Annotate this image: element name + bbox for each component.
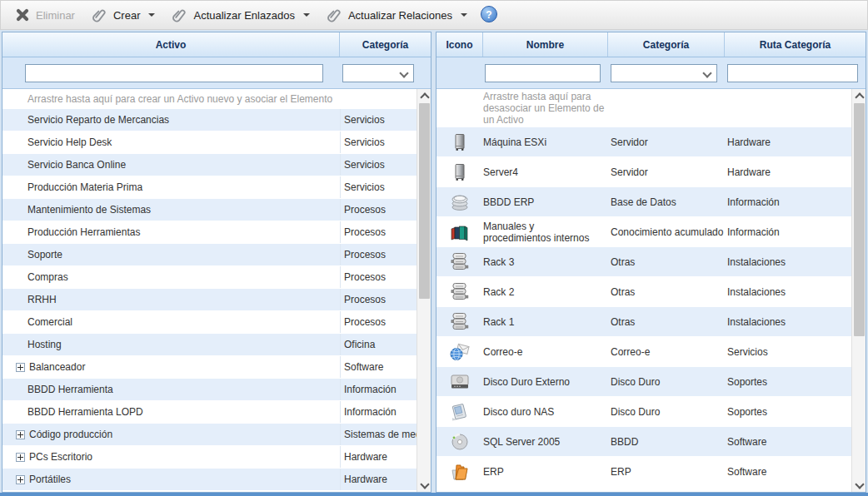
path-filter-input[interactable] xyxy=(727,64,858,82)
table-row[interactable]: Código producciónSistemas de medición xyxy=(2,424,417,446)
create-button[interactable]: Crear xyxy=(84,4,163,27)
category-path-cell: Servicios xyxy=(725,337,851,366)
asset-label: Comercial xyxy=(27,316,72,328)
table-row[interactable]: Disco Duro ExternoDisco DuroSoportes xyxy=(436,367,851,397)
elements-scrollbar[interactable] xyxy=(851,89,866,492)
asset-label: BBDD Herramienta LOPD xyxy=(27,406,143,418)
database-icon xyxy=(450,192,470,212)
asset-category-filter-select[interactable] xyxy=(342,64,414,82)
element-name-cell: Manuales y procedimientos internos xyxy=(483,217,608,246)
table-row[interactable]: PortátilesHardware xyxy=(2,469,417,491)
category-path-cell: Hardware xyxy=(725,127,851,156)
table-row[interactable]: Servicio Reparto de MercanciasServicios xyxy=(2,109,417,131)
column-header-ruta-categoria[interactable]: Ruta Categoría xyxy=(725,32,866,57)
table-row[interactable]: Rack 3OtrasInstalaciones xyxy=(436,247,851,277)
scroll-up-arrow[interactable] xyxy=(417,89,431,102)
expand-plus-icon[interactable] xyxy=(16,475,25,484)
table-row[interactable]: Producción HerramientasProcesos xyxy=(2,221,417,244)
table-row[interactable]: BBDD ERPBase de DatosInformación xyxy=(436,187,851,217)
icon-cell xyxy=(436,247,483,276)
assets-scrollbar[interactable] xyxy=(417,89,431,492)
element-category-cell: Base de Datos xyxy=(608,187,725,216)
element-category-cell: Disco Duro xyxy=(608,397,725,426)
column-header-activo[interactable]: Activo xyxy=(2,32,340,57)
element-category-filter-select[interactable] xyxy=(611,64,717,82)
column-header-nombre[interactable]: Nombre xyxy=(483,32,608,57)
asset-filter-input[interactable] xyxy=(25,64,323,82)
table-row[interactable]: BalanceadorSoftware xyxy=(2,356,417,379)
delete-button[interactable]: Eliminar xyxy=(7,4,82,26)
element-name-cell: Disco Duro Externo xyxy=(483,367,608,396)
table-row[interactable]: Correo-eCorreo-eServicios xyxy=(436,337,851,367)
icon-cell xyxy=(436,367,483,396)
element-name-cell: BBDD ERP xyxy=(483,187,608,216)
asset-label: PCs Escritorio xyxy=(29,451,92,463)
table-row[interactable]: Producción Materia PrimaServicios xyxy=(2,176,417,199)
column-header-categoria[interactable]: Categoría xyxy=(608,32,725,57)
table-row[interactable]: Disco duro NASDisco DuroSoportes xyxy=(436,397,851,427)
asset-label: Servicio Help Desk xyxy=(27,136,112,148)
category-cell: Hardware xyxy=(340,469,417,490)
drop-hint-create-asset: Arrastre hasta aquí para crear un Activo… xyxy=(2,89,417,109)
table-row[interactable]: HostingOficina xyxy=(2,334,417,356)
expand-plus-icon[interactable] xyxy=(16,430,25,439)
category-label: Procesos xyxy=(344,271,386,283)
update-relations-button-label: Actualizar Relaciones xyxy=(348,9,452,22)
nas-icon xyxy=(450,402,470,422)
table-row[interactable]: Máquina ESXiServidorHardware xyxy=(436,127,851,157)
asset-label: Compras xyxy=(27,271,68,283)
table-row[interactable]: Servicio Help DeskServicios xyxy=(2,131,417,154)
element-name-cell: Rack 3 xyxy=(483,247,608,276)
category-label: Software xyxy=(344,361,383,373)
table-row[interactable]: Mantenimiento de SistemasProcesos xyxy=(2,199,417,221)
icon-cell xyxy=(436,427,483,456)
element-name-cell: Máquina ESXi xyxy=(483,127,608,156)
category-cell: Procesos xyxy=(340,221,417,243)
element-name-cell: Server4 xyxy=(483,157,608,186)
table-row[interactable]: Rack 2OtrasInstalaciones xyxy=(436,277,851,307)
category-cell: Sistemas de medición xyxy=(340,424,417,445)
expand-plus-icon[interactable] xyxy=(16,453,25,462)
table-row[interactable]: Rack 1OtrasInstalaciones xyxy=(436,307,851,337)
help-button[interactable]: ? xyxy=(480,5,498,26)
scrollbar-thumb[interactable] xyxy=(854,103,865,336)
table-row[interactable]: ERPERPSoftware xyxy=(436,457,851,487)
scroll-down-arrow[interactable] xyxy=(852,479,866,492)
category-label: Servicios xyxy=(344,181,385,193)
column-header-icono[interactable]: Icono xyxy=(436,32,483,57)
table-row[interactable]: BBDD HerramientaInformación xyxy=(2,379,417,401)
asset-cell: Comercial xyxy=(2,311,340,333)
table-row[interactable]: ComprasProcesos xyxy=(2,266,417,289)
asset-label: Código producción xyxy=(29,429,112,440)
scrollbar-thumb[interactable] xyxy=(419,103,430,299)
table-row[interactable]: ComercialProcesos xyxy=(2,311,417,334)
asset-cell: Balanceador xyxy=(2,356,340,378)
name-filter-input[interactable] xyxy=(485,64,601,82)
table-row[interactable]: SoporteProcesos xyxy=(2,244,417,266)
element-category-cell: Otras xyxy=(608,247,725,276)
paperclip-icon xyxy=(92,7,107,23)
update-linked-button[interactable]: Actualizar Enlazados xyxy=(164,4,317,27)
table-row[interactable]: Servicio Banca OnlineServicios xyxy=(2,154,417,176)
element-name-cell: SQL Server 2005 xyxy=(483,427,608,456)
icon-cell xyxy=(436,307,483,336)
table-row[interactable]: Server4ServidorHardware xyxy=(436,157,851,187)
element-name-cell: ERP xyxy=(483,457,608,486)
assets-grid-body: Arrastre hasta aquí para crear un Activo… xyxy=(2,89,417,492)
update-relations-button[interactable]: Actualizar Relaciones xyxy=(319,4,475,27)
table-row[interactable]: RRHHProcesos xyxy=(2,289,417,311)
table-row[interactable]: Manuales y procedimientos internosConoci… xyxy=(436,217,851,247)
element-category-cell: Servidor xyxy=(608,127,725,156)
scroll-up-arrow[interactable] xyxy=(852,89,866,102)
table-row[interactable]: SQL Server 2005BBDDSoftware xyxy=(436,427,851,457)
asset-label: Servicio Reparto de Mercancias xyxy=(27,114,169,126)
expand-plus-icon[interactable] xyxy=(16,363,25,372)
scroll-down-arrow[interactable] xyxy=(417,479,431,492)
rack-icon xyxy=(450,312,470,332)
element-category-cell: Disco Duro xyxy=(608,367,725,396)
asset-cell: BBDD Herramienta LOPD xyxy=(2,401,340,423)
table-row[interactable]: PCs EscritorioHardware xyxy=(2,446,417,469)
table-row[interactable]: BBDD Herramienta LOPDInformación xyxy=(2,401,417,424)
asset-label: Producción Herramientas xyxy=(27,226,140,238)
column-header-categoria[interactable]: Categoría xyxy=(340,32,431,57)
